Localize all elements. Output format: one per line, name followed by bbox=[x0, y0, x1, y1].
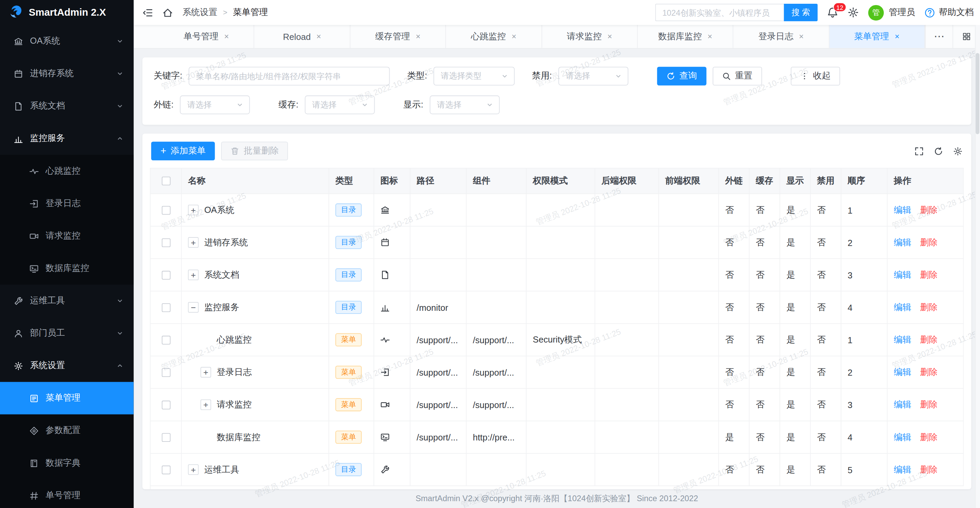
row-checkbox[interactable] bbox=[162, 303, 170, 312]
query-button[interactable]: 查询 bbox=[657, 67, 706, 86]
refresh-icon[interactable] bbox=[934, 146, 943, 156]
edit-link[interactable]: 编辑 bbox=[894, 464, 912, 475]
fullscreen-icon[interactable] bbox=[915, 146, 924, 156]
tab-close-icon[interactable]: × bbox=[316, 32, 321, 41]
sidebar-item-menu-management[interactable]: 菜单管理 bbox=[0, 382, 134, 414]
row-checkbox[interactable] bbox=[162, 368, 170, 377]
chevron-down-icon bbox=[116, 38, 124, 45]
search-button[interactable]: 搜 索 bbox=[784, 4, 818, 21]
sidebar-item-login-log[interactable]: 登录日志 bbox=[0, 187, 134, 220]
edit-link[interactable]: 编辑 bbox=[894, 269, 912, 281]
scrollbar-thumb[interactable] bbox=[975, 53, 979, 134]
edit-link[interactable]: 编辑 bbox=[894, 432, 912, 443]
edit-link[interactable]: 编辑 bbox=[894, 302, 912, 313]
edit-link[interactable]: 编辑 bbox=[894, 237, 912, 248]
collapse-toggle[interactable]: − bbox=[188, 302, 199, 313]
delete-link[interactable]: 删除 bbox=[920, 269, 937, 281]
delete-link[interactable]: 删除 bbox=[920, 237, 937, 248]
disabled-cell: 否 bbox=[811, 389, 842, 421]
delete-link[interactable]: 删除 bbox=[920, 464, 937, 475]
row-checkbox[interactable] bbox=[162, 433, 170, 442]
collapse-filter-button[interactable]: 收起 bbox=[791, 67, 840, 86]
expand-toggle[interactable]: + bbox=[188, 270, 199, 280]
sidebar-item-monitor-service[interactable]: 监控服务 bbox=[0, 122, 134, 155]
type-select[interactable]: 请选择类型 bbox=[433, 67, 515, 86]
breadcrumb-root[interactable]: 系统设置 bbox=[182, 7, 217, 18]
row-checkbox[interactable] bbox=[162, 206, 170, 214]
sidebar-item-system-settings[interactable]: 系统设置 bbox=[0, 349, 134, 382]
logo-icon bbox=[8, 4, 24, 21]
external-select[interactable]: 请选择 bbox=[180, 95, 250, 114]
show-select[interactable]: 请选择 bbox=[430, 95, 500, 114]
delete-link[interactable]: 删除 bbox=[920, 432, 937, 443]
tab-close-icon[interactable]: × bbox=[799, 32, 804, 41]
sidebar-item-data-dictionary[interactable]: 数据字典 bbox=[0, 447, 134, 479]
sidebar-item-inventory-system[interactable]: 进销存系统 bbox=[0, 57, 134, 90]
tab-close-icon[interactable]: × bbox=[512, 32, 516, 41]
tab-close-icon[interactable]: × bbox=[224, 32, 229, 41]
sidebar-item-request-monitor[interactable]: 请求监控 bbox=[0, 220, 134, 252]
add-menu-button[interactable]: +添加菜单 bbox=[151, 141, 215, 160]
settings-gear-icon[interactable] bbox=[848, 7, 859, 18]
edit-link[interactable]: 编辑 bbox=[894, 204, 912, 216]
delete-link[interactable]: 删除 bbox=[920, 302, 937, 313]
sidebar-item-db-monitor[interactable]: 数据库监控 bbox=[0, 252, 134, 284]
expand-toggle[interactable]: + bbox=[200, 367, 211, 378]
expand-toggle[interactable]: + bbox=[200, 400, 211, 410]
delete-link[interactable]: 删除 bbox=[920, 204, 937, 216]
select-all-checkbox[interactable] bbox=[162, 177, 170, 186]
row-checkbox[interactable] bbox=[162, 335, 170, 344]
tab-cache-management[interactable]: 缓存管理× bbox=[350, 25, 446, 48]
disabled-select[interactable]: 请选择 bbox=[558, 67, 628, 86]
sidebar-item-oa-system[interactable]: OA系统 bbox=[0, 25, 134, 57]
tab-menu-management[interactable]: 菜单管理× bbox=[829, 25, 925, 48]
keyword-input[interactable] bbox=[188, 67, 390, 86]
row-checkbox[interactable] bbox=[162, 465, 170, 474]
logo[interactable]: SmartAdmin 2.X bbox=[0, 0, 134, 25]
tab-login-log[interactable]: 登录日志× bbox=[733, 25, 829, 48]
tab-order-number[interactable]: 单号管理× bbox=[159, 25, 255, 48]
sidebar-item-system-docs[interactable]: 系统文档 bbox=[0, 90, 134, 122]
tab-close-icon[interactable]: × bbox=[895, 32, 899, 41]
tab-db-monitor[interactable]: 数据库监控× bbox=[638, 25, 733, 48]
sidebar-item-department-staff[interactable]: 部门员工 bbox=[0, 317, 134, 349]
cache-select[interactable]: 请选择 bbox=[305, 95, 375, 114]
tab-close-icon[interactable]: × bbox=[708, 32, 712, 41]
type-tag: 菜单 bbox=[335, 366, 362, 379]
search-input[interactable] bbox=[655, 4, 784, 21]
tab-more-icon[interactable]: ⋯ bbox=[925, 25, 952, 48]
row-checkbox[interactable] bbox=[162, 271, 170, 279]
sidebar-item-heartbeat-monitor[interactable]: 心跳监控 bbox=[0, 155, 134, 187]
home-icon[interactable] bbox=[162, 7, 173, 18]
page-scrollbar[interactable] bbox=[975, 25, 980, 508]
delete-link[interactable]: 删除 bbox=[920, 334, 937, 346]
user-menu[interactable]: 管 管理员 bbox=[868, 5, 915, 21]
expand-toggle[interactable]: + bbox=[188, 464, 199, 475]
tab-request-monitor[interactable]: 请求监控× bbox=[542, 25, 638, 48]
menu-fold-icon[interactable] bbox=[142, 7, 153, 18]
sidebar-item-param-config[interactable]: 参数配置 bbox=[0, 414, 134, 447]
batch-delete-button[interactable]: 批量删除 bbox=[221, 141, 288, 160]
edit-link[interactable]: 编辑 bbox=[894, 334, 912, 346]
tab-heartbeat-monitor[interactable]: 心跳监控× bbox=[446, 25, 542, 48]
row-checkbox[interactable] bbox=[162, 400, 170, 409]
sidebar-item-label: 参数配置 bbox=[46, 425, 124, 437]
tab-close-icon[interactable]: × bbox=[416, 32, 421, 41]
notification-bell-icon[interactable]: 12 bbox=[827, 7, 838, 18]
delete-link[interactable]: 删除 bbox=[920, 367, 937, 378]
help-link[interactable]: 帮助文档 bbox=[924, 7, 974, 18]
delete-link[interactable]: 删除 bbox=[920, 399, 937, 410]
sidebar-item-ops-tools[interactable]: 运维工具 bbox=[0, 284, 134, 317]
reset-button[interactable]: 重置 bbox=[713, 67, 762, 86]
backend-perm-cell bbox=[595, 356, 659, 389]
row-checkbox[interactable] bbox=[162, 238, 170, 247]
edit-link[interactable]: 编辑 bbox=[894, 399, 912, 410]
tab-reload[interactable]: Reload× bbox=[255, 25, 350, 48]
show-cell: 是 bbox=[780, 324, 811, 356]
expand-toggle[interactable]: + bbox=[188, 237, 199, 248]
tab-close-icon[interactable]: × bbox=[608, 32, 612, 41]
column-settings-gear-icon[interactable] bbox=[953, 146, 962, 156]
edit-link[interactable]: 编辑 bbox=[894, 367, 912, 378]
sidebar-item-order-number[interactable]: 单号管理 bbox=[0, 479, 134, 508]
expand-toggle[interactable]: + bbox=[188, 205, 199, 215]
